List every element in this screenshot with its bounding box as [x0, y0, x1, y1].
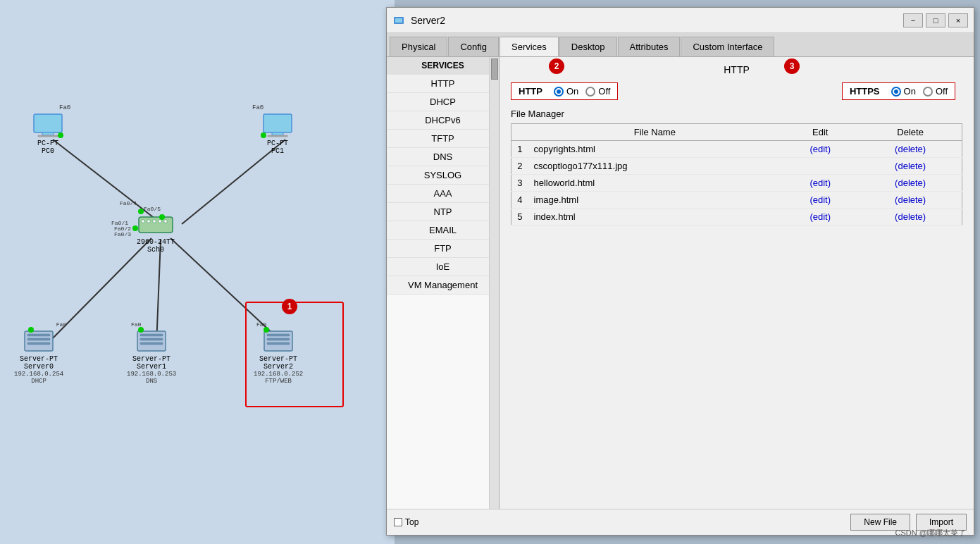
watermark: CSDN @哪哪太菜了: [895, 528, 966, 538]
service-dhcpv6[interactable]: DHCPv6: [387, 111, 499, 130]
file-manager-label: File Manager: [511, 109, 962, 119]
tab-custom-interface[interactable]: Custom Interface: [681, 37, 774, 56]
svg-rect-8: [263, 114, 292, 132]
https-on-label: On: [904, 86, 916, 97]
service-http[interactable]: HTTP: [387, 75, 499, 93]
file-name: copyrights.html: [528, 141, 782, 158]
file-edit[interactable]: (edit): [781, 209, 859, 225]
top-label: Top: [405, 517, 418, 527]
file-table: File Name Edit Delete 1 copyrights.html …: [511, 123, 962, 225]
svg-rect-5: [34, 114, 62, 132]
col-num: [511, 124, 528, 141]
services-sidebar: SERVICES HTTP DHCP DHCPv6 TFTP DNS SYSLO…: [387, 57, 500, 509]
bottom-bar-left: Top: [394, 517, 845, 527]
svg-rect-16: [164, 220, 167, 223]
svg-rect-10: [268, 135, 287, 137]
tab-services[interactable]: Services: [500, 37, 559, 56]
file-name: image.html: [528, 192, 782, 209]
node-server0[interactable]: Fa0 Server-PT Server0 192.168.0.254 DHCP: [14, 330, 63, 385]
col-edit: Edit: [781, 124, 859, 141]
window-icon: [392, 14, 405, 27]
services-list-header: SERVICES: [387, 57, 499, 75]
file-delete[interactable]: (delete): [859, 141, 962, 158]
service-ftp[interactable]: FTP: [387, 240, 499, 258]
svg-rect-9: [272, 132, 283, 135]
file-num: 4: [511, 192, 528, 209]
file-delete[interactable]: (delete): [859, 209, 962, 225]
svg-rect-19: [27, 338, 50, 340]
pc0-label: PC-PT PC0: [37, 140, 58, 155]
file-edit[interactable]: (edit): [781, 141, 859, 158]
svg-rect-15: [159, 220, 161, 223]
table-row: 4 image.html (edit) (delete): [511, 192, 962, 209]
http-on-option[interactable]: On: [554, 86, 578, 97]
scrollbar-thumb[interactable]: [491, 58, 498, 80]
service-vm-management[interactable]: VM Management: [387, 276, 499, 295]
server0-label: Server-PT Server0: [20, 355, 58, 371]
https-off-radio[interactable]: [923, 87, 933, 97]
node-pc1[interactable]: Fa0 PC-PT PC1: [261, 113, 294, 155]
svg-rect-14: [153, 220, 156, 223]
svg-rect-23: [140, 338, 163, 340]
maximize-button[interactable]: □: [926, 13, 945, 27]
http-off-radio[interactable]: [585, 87, 595, 97]
https-off-option[interactable]: Off: [923, 86, 948, 97]
svg-rect-30: [395, 18, 402, 23]
http-label: HTTP: [519, 86, 542, 97]
service-email[interactable]: EMAIL: [387, 221, 499, 240]
table-row: 3 helloworld.html (edit) (delete): [511, 175, 962, 192]
file-num: 1: [511, 141, 528, 158]
content-area: SERVICES HTTP DHCP DHCPv6 TFTP DNS SYSLO…: [387, 57, 974, 509]
tab-physical[interactable]: Physical: [390, 37, 447, 56]
http-off-option[interactable]: Off: [585, 86, 610, 97]
window-title: Server2: [411, 15, 898, 26]
node-pc0[interactable]: Fa0 PC-PT PC0: [31, 113, 65, 155]
tab-desktop[interactable]: Desktop: [559, 37, 617, 56]
http-on-radio[interactable]: [554, 87, 564, 97]
title-bar: Server2 − □ ×: [387, 8, 974, 33]
file-edit[interactable]: (edit): [781, 175, 859, 192]
minimize-button[interactable]: −: [903, 13, 923, 27]
file-delete[interactable]: (delete): [859, 158, 962, 175]
service-syslog[interactable]: SYSLOG: [387, 166, 499, 185]
network-canvas: Fa0 PC-PT PC0 Fa0 PC-PT PC1 Fa0/4 Fa0/5 …: [0, 0, 395, 544]
top-checkbox[interactable]: [394, 518, 402, 526]
file-delete[interactable]: (delete): [859, 192, 962, 209]
tabs-bar: Physical Config Services Desktop Attribu…: [387, 33, 974, 57]
close-button[interactable]: ×: [948, 13, 968, 27]
table-row: 1 copyrights.html (edit) (delete): [511, 141, 962, 158]
file-edit[interactable]: (edit): [781, 192, 859, 209]
col-filename: File Name: [528, 124, 782, 141]
top-checkbox-item[interactable]: Top: [394, 517, 418, 527]
http-group: HTTP On Off: [511, 82, 618, 100]
file-name: cscoptlogo177x111.jpg: [528, 158, 782, 175]
pc1-label: PC-PT PC1: [267, 140, 288, 155]
svg-rect-24: [140, 342, 163, 345]
server1-sublabel: 192.168.0.253 DNS: [127, 371, 176, 385]
node-server1[interactable]: Fa0 Server-PT Server1 192.168.0.253 DNS: [127, 330, 176, 385]
svg-rect-6: [42, 132, 54, 135]
title-bar-controls: − □ ×: [903, 13, 968, 27]
service-aaa[interactable]: AAA: [387, 185, 499, 203]
switch-label: 2960-24TT Sch0: [137, 238, 175, 254]
tab-attributes[interactable]: Attributes: [618, 37, 681, 56]
server2-highlight-box: [245, 302, 344, 407]
file-delete[interactable]: (delete): [859, 175, 962, 192]
svg-rect-22: [140, 334, 163, 336]
node-switch[interactable]: Fa0/4 Fa0/5 Fa0/1 Fa0/2 Fa0/3 2960-24TT …: [137, 211, 175, 254]
service-ntp[interactable]: NTP: [387, 203, 499, 221]
sidebar-scrollbar[interactable]: [489, 57, 499, 509]
service-tftp[interactable]: TFTP: [387, 130, 499, 148]
cables-svg: [0, 0, 395, 544]
annotation-3: 3: [784, 58, 800, 74]
https-on-option[interactable]: On: [891, 86, 916, 97]
service-dns[interactable]: DNS: [387, 148, 499, 166]
tab-config[interactable]: Config: [448, 37, 499, 56]
http-on-label: On: [566, 86, 578, 97]
service-dhcp[interactable]: DHCP: [387, 93, 499, 111]
svg-rect-12: [142, 220, 144, 223]
file-name: helloworld.html: [528, 175, 782, 192]
https-on-radio[interactable]: [891, 87, 901, 97]
col-delete: Delete: [859, 124, 962, 141]
service-ioe[interactable]: IoE: [387, 258, 499, 276]
